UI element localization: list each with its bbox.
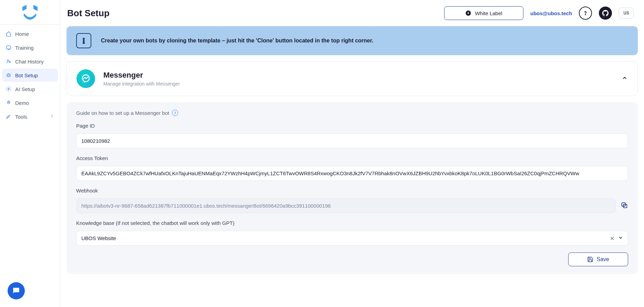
messenger-icon [76,69,95,88]
sidebar-item-label: Tools [15,114,27,120]
collapse-toggle[interactable] [622,75,628,82]
save-button[interactable]: Save [568,252,628,266]
main: Bot Setup White Label ubos@ubos.tech US … [60,0,644,307]
copy-webhook-button[interactable] [621,201,628,210]
tools-icon [6,113,12,120]
chat-history-icon [6,58,12,65]
channel-title: Messenger [103,71,180,80]
svg-point-10 [585,14,586,15]
sidebar-item-label: Training [15,45,34,51]
save-icon [587,256,593,263]
sidebar-item-bot-setup[interactable]: Bot Setup [2,69,58,82]
chevron-down-icon[interactable] [618,235,623,242]
page-id-label: Page ID [76,123,628,129]
sidebar-item-chat-history[interactable]: Chat History [2,55,58,68]
question-icon [582,10,589,16]
ubos-logo-icon [20,4,40,21]
kb-label: Knowledge base (If not selected, the cha… [76,220,628,226]
copy-icon [621,201,628,209]
kb-selected-value: UBOS Website [76,231,628,246]
chevron-right-icon [50,114,54,120]
help-button[interactable] [579,7,592,20]
guide-label: Guide on how to set up a Messenger bot [76,110,169,116]
content: Create your own bots by cloning the temp… [60,26,644,284]
sidebar-item-tools[interactable]: Tools [2,110,58,123]
chat-bubble-icon [12,286,21,295]
github-icon [602,9,609,17]
logo[interactable] [0,0,60,24]
white-label-button[interactable]: White Label [444,6,523,20]
sidebar-item-home[interactable]: Home [2,27,58,40]
sidebar-item-demo[interactable]: Demo [2,96,58,109]
nav: Home Training Chat History Bot Setup AI … [0,24,60,126]
svg-point-6 [9,75,9,75]
sidebar-item-ai-setup[interactable]: AI Setup [2,82,58,96]
home-icon [6,31,12,37]
header: Bot Setup White Label ubos@ubos.tech US [60,0,644,26]
channel-card: Messenger Manage integration with Messen… [67,61,638,96]
banner-text: Create your own bots by cloning the temp… [101,38,374,44]
channel-subtitle: Manage integration with Messenger [103,81,180,87]
sidebar-item-label: Bot Setup [15,72,38,78]
webhook-label: Webhook [76,188,628,194]
svg-point-8 [8,88,9,90]
intercom-launcher[interactable] [8,282,25,299]
sidebar-item-label: Demo [15,100,29,106]
svg-point-3 [9,61,10,62]
sidebar-item-label: Home [15,31,29,37]
guide-row[interactable]: Guide on how to set up a Messenger bot i [76,110,628,116]
access-token-input[interactable] [76,166,628,181]
github-button[interactable] [599,7,612,20]
sidebar-item-label: AI Setup [15,86,35,92]
locale-selector[interactable]: US [619,8,634,19]
demo-icon [6,100,12,106]
bot-setup-icon [6,72,12,78]
svg-point-5 [8,75,8,75]
ai-setup-icon [6,86,12,92]
webhook-input [76,198,616,213]
svg-rect-0 [7,46,11,49]
channel-info: Messenger Manage integration with Messen… [103,71,180,87]
messenger-form: Guide on how to set up a Messenger bot i… [67,102,638,274]
white-label-label: White Label [475,10,502,16]
info-circle-icon: i [172,110,178,116]
training-icon [6,44,12,51]
save-label: Save [597,256,609,263]
info-banner: Create your own bots by cloning the temp… [67,26,638,55]
download-circle-icon [465,10,471,16]
sidebar: Home Training Chat History Bot Setup AI … [0,0,60,307]
user-email[interactable]: ubos@ubos.tech [530,10,572,16]
svg-point-2 [7,60,9,61]
kb-clear-button[interactable]: ✕ [610,235,614,241]
sidebar-item-training[interactable]: Training [2,41,58,54]
info-icon [76,33,91,48]
access-token-label: Access Token [76,155,628,161]
chevron-up-icon [622,75,628,81]
page-id-input[interactable] [76,133,628,148]
sidebar-item-label: Chat History [15,59,44,65]
page-title: Bot Setup [67,8,110,19]
kb-select[interactable]: UBOS Website ✕ [76,231,628,246]
svg-point-11 [83,38,84,39]
